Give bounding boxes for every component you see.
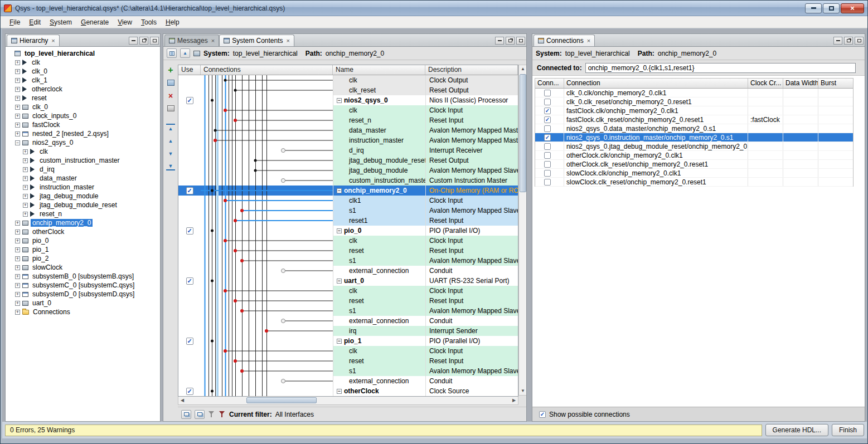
connection-checkbox[interactable] xyxy=(544,143,551,150)
tree-item[interactable]: +instruction_master xyxy=(7,183,159,192)
collapse-box[interactable]: − xyxy=(337,228,342,233)
menu-view[interactable]: View xyxy=(113,17,137,28)
expand-box[interactable]: + xyxy=(23,194,28,199)
connection-row[interactable]: nios2_qsys_0.jtag_debug_module_reset/onc… xyxy=(535,142,853,151)
contents-row[interactable]: s1Avalon Memory Mapped Slave xyxy=(178,206,518,216)
tree-item[interactable]: +d_irq xyxy=(7,165,159,174)
contents-row[interactable]: jtag_debug_module_resetReset Output xyxy=(178,155,518,165)
dock-minimize-button[interactable] xyxy=(495,37,504,45)
contents-row[interactable]: reset_nReset Input xyxy=(178,115,518,125)
use-checkbox[interactable]: ✓ xyxy=(186,338,193,345)
add-component-button[interactable]: + xyxy=(166,66,175,74)
collapse-box[interactable]: − xyxy=(337,98,342,103)
contents-row[interactable]: ✓−pio_1PIO (Parallel I/O) xyxy=(178,336,518,346)
status-message[interactable]: 0 Errors, 25 Warnings xyxy=(5,425,762,436)
connection-row[interactable]: ✓fastClock.clk_reset/onchip_memory2_0.re… xyxy=(535,115,853,124)
tab-system-contents[interactable]: System Contents × xyxy=(219,35,294,46)
contents-row[interactable]: custom_instruction_masterCustom Instruct… xyxy=(178,175,518,186)
dock-float-button[interactable] xyxy=(844,37,853,45)
move-down-button[interactable]: ▼ xyxy=(166,149,175,158)
dock-float-button[interactable] xyxy=(506,37,515,45)
column-header-data-width[interactable]: Data Width xyxy=(783,79,818,88)
move-up-button[interactable]: ▲ xyxy=(166,136,175,145)
tree-item[interactable]: +clk xyxy=(7,58,159,67)
expand-box[interactable]: + xyxy=(15,274,20,279)
column-header-burst[interactable]: Burst xyxy=(818,79,853,88)
contents-row[interactable]: external_connectionConduit xyxy=(178,376,518,386)
scroll-right-icon[interactable]: ▶ xyxy=(510,397,518,404)
tree-item[interactable]: +clk_0 xyxy=(7,67,159,76)
scroll-left-icon[interactable]: ◀ xyxy=(178,397,186,404)
maximize-button[interactable] xyxy=(823,3,840,13)
menu-file[interactable]: File xyxy=(5,17,25,28)
contents-row[interactable]: d_irqInterrupt Receiver xyxy=(178,145,518,155)
connection-row[interactable]: otherClock.clk/onchip_memory2_0.clk1 xyxy=(535,151,853,160)
collapse-box[interactable]: − xyxy=(337,279,342,284)
tree-item[interactable]: +nested_2 [nested_2.qsys] xyxy=(7,129,159,138)
tree-item[interactable]: +subsystemB_0 [subsystemB.qsys] xyxy=(7,272,159,281)
scroll-up-icon[interactable]: ▲ xyxy=(519,65,527,73)
remove-component-button[interactable]: × xyxy=(166,91,175,100)
show-possible-connections-checkbox[interactable]: ✓ xyxy=(539,411,546,418)
minimize-button[interactable] xyxy=(805,3,822,13)
close-button[interactable]: × xyxy=(841,3,864,13)
contents-row[interactable]: ✓−nios2_qsys_0Nios II (Classic) Processo… xyxy=(178,95,518,105)
column-header-clock-crossing[interactable]: Clock Cr... xyxy=(748,79,783,88)
column-header-conn[interactable]: Conn... xyxy=(535,79,564,88)
contents-row[interactable]: ✓−uart_0UART (RS-232 Serial Port) xyxy=(178,276,518,286)
connection-checkbox[interactable] xyxy=(544,170,551,177)
close-tab-icon[interactable]: × xyxy=(51,37,55,44)
view-toggle-button[interactable] xyxy=(167,48,177,58)
contents-row[interactable]: ✓−onchip_memory2_0On-Chip Memory (RAM or… xyxy=(178,186,518,196)
filter-icon[interactable] xyxy=(208,411,215,418)
tree-item[interactable]: +custom_instruction_master xyxy=(7,156,159,165)
expand-box[interactable]: + xyxy=(15,310,20,315)
tree-item[interactable]: +Connections xyxy=(7,308,159,316)
dock-float-button[interactable] xyxy=(139,37,148,45)
menu-tools[interactable]: Tools xyxy=(137,17,161,28)
use-checkbox[interactable]: ✓ xyxy=(186,97,193,104)
tab-connections[interactable]: Connections × xyxy=(534,35,595,46)
expand-box[interactable]: + xyxy=(23,212,28,217)
finish-button[interactable]: Finish xyxy=(832,424,864,436)
scrollbar-thumb[interactable] xyxy=(246,397,317,403)
use-checkbox[interactable]: ✓ xyxy=(186,388,193,395)
tree-item[interactable]: +subsystemD_0 [subsystemD.qsys] xyxy=(7,290,159,299)
dock-maximize-button[interactable] xyxy=(150,37,159,45)
scrollbar-thumb[interactable] xyxy=(520,74,526,192)
use-checkbox[interactable]: ✓ xyxy=(186,187,193,194)
collapse-box[interactable]: − xyxy=(337,188,342,193)
connection-checkbox[interactable]: ✓ xyxy=(544,116,551,123)
contents-row[interactable]: clkClock Output xyxy=(178,75,518,85)
tree-item[interactable]: +otherclock xyxy=(7,85,159,94)
tree-item[interactable]: +subsystemC_0 [subsystemC.qsys] xyxy=(7,281,159,290)
tree-item[interactable]: +data_master xyxy=(7,174,159,183)
move-to-top-button[interactable]: ▲ xyxy=(166,124,175,132)
expand-box[interactable]: + xyxy=(15,292,20,297)
tree-item[interactable]: +clk_1 xyxy=(7,76,159,85)
tree-item[interactable]: +pio_1 xyxy=(7,245,159,254)
tab-messages[interactable]: Messages × xyxy=(164,35,219,46)
connection-checkbox[interactable] xyxy=(544,179,551,186)
menu-edit[interactable]: Edit xyxy=(25,17,45,28)
dock-minimize-button[interactable] xyxy=(129,37,138,45)
tab-hierarchy[interactable]: Hierarchy × xyxy=(7,35,60,46)
contents-row[interactable]: clkClock Input xyxy=(178,346,518,356)
tree-item[interactable]: +pio_0 xyxy=(7,236,159,245)
contents-row[interactable]: resetReset Input xyxy=(178,246,518,256)
expand-box[interactable]: + xyxy=(15,114,20,119)
expand-box[interactable]: + xyxy=(23,158,28,163)
connection-row[interactable]: ✓fastClock.clk/onchip_memory2_0.clk1 xyxy=(535,106,853,115)
contents-row[interactable]: ✓−pio_0PIO (Parallel I/O) xyxy=(178,226,518,236)
expand-box[interactable]: + xyxy=(15,69,20,74)
connection-checkbox[interactable] xyxy=(544,90,551,96)
contents-row[interactable]: resetReset Input xyxy=(178,296,518,306)
collapse-box[interactable]: − xyxy=(337,339,342,344)
dock-minimize-button[interactable] xyxy=(833,37,842,45)
filter-view-button-2[interactable] xyxy=(195,410,205,419)
column-header-connection[interactable]: Connection xyxy=(564,79,748,88)
generate-hdl-button[interactable]: Generate HDL... xyxy=(765,424,828,436)
connection-checkbox[interactable]: ✓ xyxy=(544,108,551,114)
menu-generate[interactable]: Generate xyxy=(76,17,113,28)
collapse-box[interactable]: − xyxy=(15,140,20,145)
